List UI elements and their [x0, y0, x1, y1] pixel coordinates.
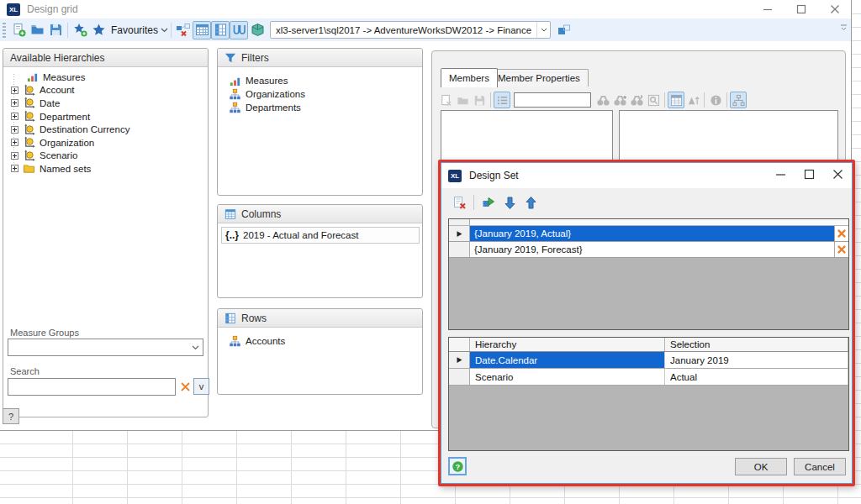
info-icon — [710, 94, 722, 107]
hierarchy-cell[interactable]: Scenario — [470, 369, 665, 385]
grid-report-button[interactable] — [193, 21, 211, 39]
measure-groups-select[interactable] — [8, 339, 203, 356]
expand-plus-icon[interactable] — [11, 152, 18, 160]
search-options-button[interactable]: v — [193, 378, 209, 395]
filter-item-departments[interactable]: Departments — [224, 101, 305, 114]
grid-row[interactable]: Scenario Actual — [449, 369, 848, 386]
grid-columns-button[interactable] — [211, 21, 230, 39]
save-set-button[interactable] — [471, 92, 488, 108]
connection-combobox[interactable]: xl3-server1\sql2017 -> AdventureWorksDW2… — [270, 21, 551, 39]
filter-item-measures[interactable]: Measures — [224, 74, 305, 87]
tree-item-named-sets[interactable]: Named sets — [7, 162, 206, 176]
tree-item-account[interactable]: Account — [7, 84, 206, 97]
tree-item-destination-currency[interactable]: Destination Currency — [7, 123, 206, 136]
clear-members-button[interactable] — [437, 92, 454, 108]
expand-plus-icon[interactable] — [11, 139, 18, 146]
column-header-selection[interactable]: Selection — [665, 338, 848, 351]
cube-button[interactable] — [248, 21, 267, 39]
tree-item-scenario[interactable]: Scenario — [7, 150, 206, 163]
remove-set-item-button[interactable] — [834, 226, 848, 241]
toolbar-separator — [490, 92, 491, 108]
search-label: Search — [10, 366, 40, 376]
dialog-help-button[interactable]: ? — [448, 457, 467, 475]
set-item-row[interactable]: {January 2019, Actual} — [449, 226, 848, 242]
toolbar-separator — [664, 92, 665, 108]
find-add-button[interactable] — [611, 92, 628, 108]
filter-item-organizations[interactable]: Organizations — [224, 87, 305, 101]
new-workbook-button[interactable] — [9, 21, 28, 39]
minimize-button[interactable] — [760, 2, 775, 17]
member-info-button[interactable] — [707, 92, 724, 108]
search-scope-button[interactable] — [645, 92, 662, 108]
selection-cell[interactable]: Actual — [665, 369, 848, 385]
connection-window-button[interactable] — [554, 21, 573, 39]
find-options-button[interactable] — [628, 92, 645, 108]
move-up-button[interactable] — [521, 193, 540, 212]
member-grid-button[interactable] — [668, 92, 684, 108]
connection-chevron[interactable] — [536, 22, 550, 38]
remove-set-item-button[interactable] — [834, 242, 848, 257]
connection-value: xl3-server1\sql2017 -> AdventureWorksDW2… — [271, 25, 536, 35]
dialog-close-button[interactable] — [830, 166, 845, 181]
column-header-hierarchy[interactable]: Hierarchy — [470, 338, 665, 351]
delete-set-item-button[interactable] — [450, 193, 468, 212]
expand-plus-icon[interactable] — [11, 87, 18, 94]
dialog-titlebar: XL Design Set — [441, 163, 852, 188]
member-hierarchy-view-button[interactable] — [730, 92, 747, 108]
maximize-button[interactable] — [794, 2, 809, 17]
close-button[interactable] — [827, 2, 843, 17]
grid-row[interactable]: Date.Calendar January 2019 — [449, 352, 848, 369]
ok-button[interactable]: OK — [735, 458, 787, 475]
clear-search-icon[interactable] — [180, 381, 191, 392]
expand-plus-icon[interactable] — [11, 126, 18, 134]
load-set-button[interactable] — [454, 92, 471, 108]
chart-button[interactable] — [230, 21, 248, 39]
cancel-button[interactable]: Cancel — [794, 458, 846, 475]
member-list-view-button[interactable] — [494, 92, 510, 108]
expand-plus-icon[interactable] — [11, 99, 18, 107]
columns-item-set[interactable]: {..} 2019 - Actual and Forecast — [221, 227, 420, 244]
favourites-chevron-icon[interactable] — [161, 28, 168, 33]
hierarchy-cell[interactable]: Date.Calendar — [470, 352, 665, 368]
member-search-input[interactable] — [514, 92, 591, 108]
tree-item-date[interactable]: Date — [7, 97, 206, 110]
tab-members[interactable]: Members — [441, 68, 498, 87]
org-hierarchy-icon — [229, 335, 241, 348]
find-button[interactable] — [594, 92, 611, 108]
open-button[interactable] — [28, 21, 46, 39]
tree-item-measures[interactable]: Measures — [7, 71, 206, 84]
expand-plus-icon[interactable] — [11, 113, 18, 120]
favourites-label[interactable]: Favourites — [111, 24, 158, 36]
dimension-axis-icon — [23, 150, 35, 162]
insert-set-item-button[interactable] — [479, 193, 498, 212]
tab-member-properties[interactable]: Member Properties — [489, 69, 589, 87]
search-input[interactable] — [8, 378, 176, 396]
favourites-button[interactable] — [89, 21, 108, 39]
available-hierarchies-panel: Available Hierarchies Measures Account — [3, 48, 209, 417]
rows-item-accounts[interactable]: Accounts — [224, 334, 285, 348]
save-icon — [473, 94, 486, 107]
delete-set-icon — [452, 196, 467, 210]
tree-item-department[interactable]: Department — [7, 110, 206, 123]
move-down-icon — [503, 196, 517, 210]
toolbar-overflow-button[interactable] — [840, 24, 848, 31]
save-button[interactable] — [46, 21, 65, 39]
design-set-dialog: XL Design Set — [441, 162, 853, 484]
sort-members-button[interactable] — [684, 92, 701, 108]
close-icon — [832, 169, 843, 180]
set-item-row[interactable]: {January 2019, Forecast} — [449, 242, 848, 258]
dimension-axis-icon — [23, 123, 35, 136]
move-down-button[interactable] — [500, 193, 519, 212]
chevron-down-icon — [192, 345, 199, 350]
disconnect-button[interactable] — [174, 21, 193, 39]
grid-header-row: Hierarchy Selection — [449, 338, 848, 352]
selection-cell[interactable]: January 2019 — [665, 352, 848, 368]
new-workbook-icon — [12, 23, 26, 37]
help-button[interactable]: ? — [3, 408, 19, 424]
tree-item-organization[interactable]: Organization — [7, 136, 206, 150]
expand-plus-icon[interactable] — [11, 165, 18, 172]
add-favourite-button[interactable] — [71, 21, 89, 39]
dialog-maximize-button[interactable] — [801, 166, 816, 181]
toolbar-separator — [171, 23, 172, 38]
dialog-minimize-button[interactable] — [773, 166, 788, 181]
